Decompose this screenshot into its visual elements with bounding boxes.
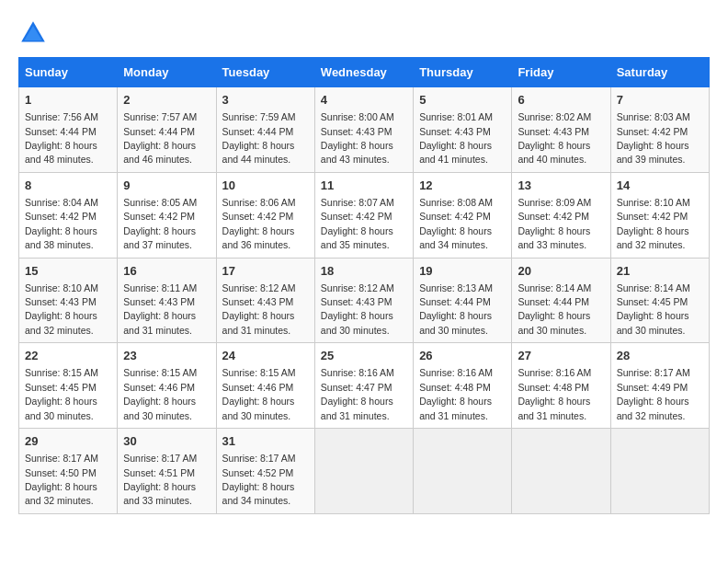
day-number: 17 [222,263,309,280]
day-info: Sunrise: 8:01 AM Sunset: 4:43 PM Dayligh… [419,111,493,165]
day-number: 26 [419,348,506,364]
page-header [18,18,710,48]
calendar-cell [610,429,709,514]
day-number: 11 [321,178,407,194]
calendar-cell: 25Sunrise: 8:16 AM Sunset: 4:47 PM Dayli… [314,343,413,429]
day-number: 7 [617,92,703,109]
calendar-cell: 8Sunrise: 8:04 AM Sunset: 4:42 PM Daylig… [19,172,118,258]
day-info: Sunrise: 8:17 AM Sunset: 4:49 PM Dayligh… [617,367,690,420]
day-number: 4 [321,92,407,109]
weekday-header-sunday: Sunday [19,58,118,87]
day-number: 10 [222,178,309,194]
day-number: 12 [419,178,506,194]
day-number: 31 [222,433,309,450]
day-number: 24 [222,348,309,364]
day-info: Sunrise: 8:17 AM Sunset: 4:50 PM Dayligh… [25,453,98,506]
calendar-cell: 14Sunrise: 8:10 AM Sunset: 4:42 PM Dayli… [610,172,709,258]
day-number: 22 [25,348,111,364]
calendar-cell: 15Sunrise: 8:10 AM Sunset: 4:43 PM Dayli… [19,258,118,343]
day-number: 6 [518,92,604,109]
calendar-cell: 13Sunrise: 8:09 AM Sunset: 4:42 PM Dayli… [512,172,610,258]
day-number: 30 [123,433,210,450]
day-info: Sunrise: 8:17 AM Sunset: 4:51 PM Dayligh… [123,453,197,506]
calendar-cell: 6Sunrise: 8:02 AM Sunset: 4:43 PM Daylig… [512,87,610,173]
logo [18,18,51,48]
day-number: 18 [321,263,407,280]
calendar-cell: 27Sunrise: 8:16 AM Sunset: 4:48 PM Dayli… [512,343,610,429]
day-info: Sunrise: 8:05 AM Sunset: 4:42 PM Dayligh… [123,197,197,250]
calendar-cell: 24Sunrise: 8:15 AM Sunset: 4:46 PM Dayli… [216,343,314,429]
day-info: Sunrise: 8:16 AM Sunset: 4:48 PM Dayligh… [419,367,493,420]
calendar-cell: 10Sunrise: 8:06 AM Sunset: 4:42 PM Dayli… [216,172,314,258]
calendar-cell: 4Sunrise: 8:00 AM Sunset: 4:43 PM Daylig… [314,87,413,173]
calendar-cell [314,429,413,514]
day-info: Sunrise: 8:02 AM Sunset: 4:43 PM Dayligh… [518,111,591,165]
calendar-cell: 9Sunrise: 8:05 AM Sunset: 4:42 PM Daylig… [118,172,216,258]
calendar-cell: 5Sunrise: 8:01 AM Sunset: 4:43 PM Daylig… [414,87,512,173]
calendar-cell: 19Sunrise: 8:13 AM Sunset: 4:44 PM Dayli… [414,258,512,343]
calendar-cell: 2Sunrise: 7:57 AM Sunset: 4:44 PM Daylig… [118,87,216,173]
day-number: 3 [222,92,309,109]
calendar-cell: 28Sunrise: 8:17 AM Sunset: 4:49 PM Dayli… [610,343,709,429]
calendar-cell: 21Sunrise: 8:14 AM Sunset: 4:45 PM Dayli… [610,258,709,343]
weekday-header-row: SundayMondayTuesdayWednesdayThursdayFrid… [19,58,710,87]
day-info: Sunrise: 8:16 AM Sunset: 4:47 PM Dayligh… [321,367,394,420]
day-number: 27 [518,348,604,364]
calendar-cell: 22Sunrise: 8:15 AM Sunset: 4:45 PM Dayli… [19,343,118,429]
weekday-header-saturday: Saturday [610,58,709,87]
calendar-cell: 20Sunrise: 8:14 AM Sunset: 4:44 PM Dayli… [512,258,610,343]
day-number: 29 [25,433,111,450]
day-number: 23 [123,348,210,364]
day-info: Sunrise: 7:57 AM Sunset: 4:44 PM Dayligh… [123,111,197,165]
calendar-week-row: 29Sunrise: 8:17 AM Sunset: 4:50 PM Dayli… [19,429,710,514]
day-info: Sunrise: 8:07 AM Sunset: 4:42 PM Dayligh… [321,197,394,250]
calendar-cell: 18Sunrise: 8:12 AM Sunset: 4:43 PM Dayli… [314,258,413,343]
day-number: 19 [419,263,506,280]
calendar-cell: 17Sunrise: 8:12 AM Sunset: 4:43 PM Dayli… [216,258,314,343]
calendar-cell: 3Sunrise: 7:59 AM Sunset: 4:44 PM Daylig… [216,87,314,173]
weekday-header-friday: Friday [512,58,610,87]
day-info: Sunrise: 8:08 AM Sunset: 4:42 PM Dayligh… [419,197,493,250]
day-info: Sunrise: 8:16 AM Sunset: 4:48 PM Dayligh… [518,367,591,420]
day-number: 8 [25,178,111,194]
day-number: 2 [123,92,210,109]
day-number: 28 [617,348,703,364]
calendar-week-row: 22Sunrise: 8:15 AM Sunset: 4:45 PM Dayli… [19,343,710,429]
calendar-week-row: 15Sunrise: 8:10 AM Sunset: 4:43 PM Dayli… [19,258,710,343]
day-number: 25 [321,348,407,364]
day-number: 1 [25,92,111,109]
day-info: Sunrise: 8:11 AM Sunset: 4:43 PM Dayligh… [123,282,197,336]
weekday-header-thursday: Thursday [414,58,512,87]
calendar-table: SundayMondayTuesdayWednesdayThursdayFrid… [18,57,710,514]
calendar-cell: 26Sunrise: 8:16 AM Sunset: 4:48 PM Dayli… [414,343,512,429]
calendar-cell: 29Sunrise: 8:17 AM Sunset: 4:50 PM Dayli… [19,429,118,514]
day-info: Sunrise: 8:10 AM Sunset: 4:42 PM Dayligh… [617,197,690,250]
day-number: 16 [123,263,210,280]
day-info: Sunrise: 8:17 AM Sunset: 4:52 PM Dayligh… [222,453,296,506]
calendar-cell [512,429,610,514]
day-info: Sunrise: 8:15 AM Sunset: 4:45 PM Dayligh… [25,367,98,420]
calendar-cell: 30Sunrise: 8:17 AM Sunset: 4:51 PM Dayli… [118,429,216,514]
calendar-cell [414,429,512,514]
weekday-header-wednesday: Wednesday [314,58,413,87]
day-info: Sunrise: 7:59 AM Sunset: 4:44 PM Dayligh… [222,111,296,165]
day-info: Sunrise: 8:14 AM Sunset: 4:45 PM Dayligh… [617,282,690,336]
day-number: 14 [617,178,703,194]
day-info: Sunrise: 7:56 AM Sunset: 4:44 PM Dayligh… [25,111,98,165]
day-info: Sunrise: 8:15 AM Sunset: 4:46 PM Dayligh… [123,367,197,420]
logo-icon [18,18,48,48]
day-info: Sunrise: 8:15 AM Sunset: 4:46 PM Dayligh… [222,367,296,420]
day-number: 21 [617,263,703,280]
weekday-header-tuesday: Tuesday [216,58,314,87]
day-info: Sunrise: 8:14 AM Sunset: 4:44 PM Dayligh… [518,282,591,336]
day-info: Sunrise: 8:00 AM Sunset: 4:43 PM Dayligh… [321,111,394,165]
day-number: 5 [419,92,506,109]
calendar-cell: 11Sunrise: 8:07 AM Sunset: 4:42 PM Dayli… [314,172,413,258]
day-info: Sunrise: 8:09 AM Sunset: 4:42 PM Dayligh… [518,197,591,250]
calendar-cell: 1Sunrise: 7:56 AM Sunset: 4:44 PM Daylig… [19,87,118,173]
day-info: Sunrise: 8:12 AM Sunset: 4:43 PM Dayligh… [321,282,394,336]
day-info: Sunrise: 8:03 AM Sunset: 4:42 PM Dayligh… [617,111,690,165]
day-info: Sunrise: 8:04 AM Sunset: 4:42 PM Dayligh… [25,197,98,250]
calendar-cell: 7Sunrise: 8:03 AM Sunset: 4:42 PM Daylig… [610,87,709,173]
day-number: 15 [25,263,111,280]
